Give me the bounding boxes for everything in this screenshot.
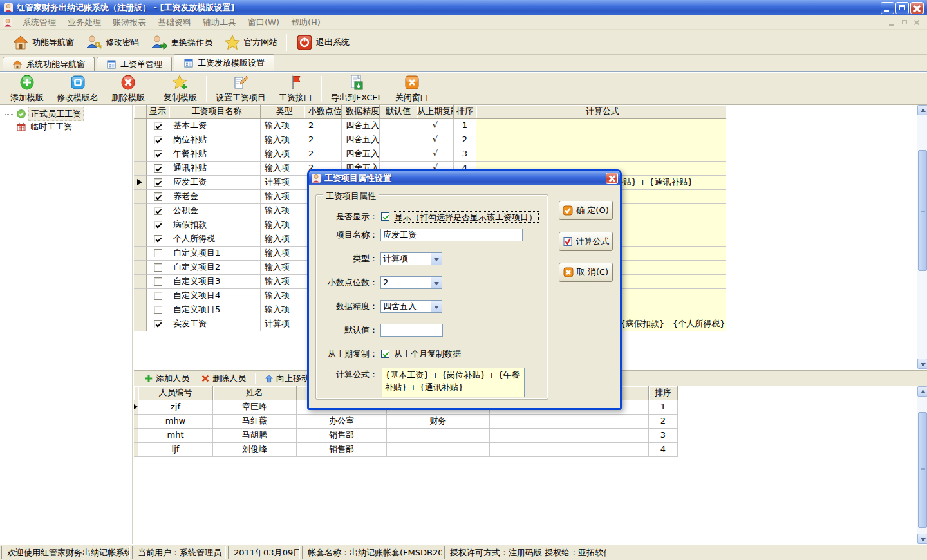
tab-2[interactable]: 工资发放模版设置 bbox=[174, 54, 274, 71]
row-selector[interactable] bbox=[134, 204, 147, 218]
formula-cell[interactable] bbox=[476, 147, 726, 162]
show-cell[interactable] bbox=[147, 162, 169, 176]
decimals-cell[interactable]: 2 bbox=[304, 133, 342, 147]
type-cell[interactable]: 输入项 bbox=[261, 261, 304, 275]
person-cell[interactable]: 销售部 bbox=[297, 429, 387, 443]
rename-template-button[interactable]: 修改模版名 bbox=[50, 73, 105, 105]
user-key-button[interactable]: 修改密码 bbox=[80, 32, 145, 53]
column-header[interactable]: 小数点位数 bbox=[304, 105, 342, 119]
show-cell[interactable] bbox=[147, 133, 169, 147]
delete-person-button[interactable]: 删除人员 bbox=[196, 371, 251, 386]
item-name-cell[interactable]: 养老金 bbox=[169, 190, 261, 204]
order-cell[interactable]: 2 bbox=[454, 133, 476, 147]
person-name-cell[interactable]: 马胡腾 bbox=[213, 429, 297, 443]
show-checkbox[interactable] bbox=[154, 306, 162, 314]
chevron-down-icon[interactable] bbox=[431, 277, 442, 288]
column-header[interactable]: 姓名 bbox=[213, 386, 297, 400]
column-header[interactable]: 排序 bbox=[454, 105, 476, 119]
row-selector[interactable] bbox=[134, 133, 147, 147]
item-name-cell[interactable]: 自定义项目2 bbox=[169, 261, 261, 275]
type-cell[interactable]: 输入项 bbox=[261, 289, 304, 303]
tree-item[interactable]: 临时工工资 bbox=[0, 120, 132, 133]
show-cell[interactable] bbox=[147, 190, 169, 204]
type-cell[interactable]: 输入项 bbox=[261, 119, 304, 133]
row-selector[interactable] bbox=[134, 232, 147, 247]
person-row[interactable]: ljf刘俊峰销售部4 bbox=[134, 443, 917, 457]
person-code-cell[interactable]: mhw bbox=[138, 415, 213, 429]
person-cell[interactable] bbox=[490, 415, 649, 429]
person-cell[interactable] bbox=[387, 429, 490, 443]
show-checkbox[interactable] bbox=[154, 221, 162, 229]
show-checkbox[interactable] bbox=[381, 212, 389, 221]
menu-item[interactable]: 窗口(W) bbox=[242, 15, 285, 30]
show-checkbox[interactable] bbox=[154, 150, 162, 158]
column-header[interactable]: 排序 bbox=[649, 386, 678, 400]
item-name-cell[interactable]: 岗位补贴 bbox=[169, 133, 261, 147]
show-checkbox[interactable] bbox=[154, 235, 162, 243]
person-cell[interactable]: 财务 bbox=[387, 415, 490, 429]
type-cell[interactable]: 输入项 bbox=[261, 275, 304, 289]
mdi-minimize-icon[interactable] bbox=[887, 18, 897, 27]
show-checkbox[interactable] bbox=[154, 320, 162, 328]
precision-cell[interactable]: 四舍五入 bbox=[342, 147, 380, 162]
set-items-button[interactable]: 设置工资项目 bbox=[209, 73, 272, 105]
type-cell[interactable]: 输入项 bbox=[261, 133, 304, 147]
add-template-button[interactable]: 添加模版 bbox=[4, 73, 50, 105]
salary-item-row[interactable]: 基本工资输入项2四舍五入√1 bbox=[134, 119, 917, 133]
order-cell[interactable]: 4 bbox=[649, 443, 678, 457]
type-cell[interactable]: 输入项 bbox=[261, 303, 304, 317]
row-selector[interactable] bbox=[134, 303, 147, 317]
copy-prev-checkbox[interactable] bbox=[381, 350, 389, 358]
person-cell[interactable] bbox=[387, 443, 490, 457]
show-checkbox-text[interactable]: 显示（打勾选择是否显示该工资项目） bbox=[393, 211, 539, 223]
row-selector[interactable] bbox=[134, 400, 138, 415]
default-cell[interactable] bbox=[380, 147, 417, 162]
formula-cell[interactable] bbox=[476, 133, 726, 147]
person-cell[interactable]: 办公室 bbox=[297, 415, 387, 429]
column-header[interactable]: 类型 bbox=[261, 105, 304, 119]
home-button[interactable]: 功能导航窗 bbox=[6, 32, 80, 53]
tree-item[interactable]: 正式员工工资 bbox=[0, 107, 132, 120]
item-name-cell[interactable]: 自定义项目1 bbox=[169, 247, 261, 261]
calc-formula-button[interactable]: 计算公式 bbox=[559, 232, 613, 251]
order-cell[interactable]: 1 bbox=[649, 400, 678, 415]
scroll-down-icon[interactable] bbox=[917, 359, 927, 369]
person-cell[interactable] bbox=[490, 429, 649, 443]
person-code-cell[interactable]: mht bbox=[138, 429, 213, 443]
row-selector[interactable] bbox=[134, 119, 147, 133]
person-row[interactable]: mht马胡腾销售部3 bbox=[134, 429, 917, 443]
decimals-cell[interactable]: 2 bbox=[304, 147, 342, 162]
copy-prev-cell[interactable]: √ bbox=[417, 147, 454, 162]
item-name-cell[interactable]: 个人所得税 bbox=[169, 232, 261, 247]
show-checkbox[interactable] bbox=[154, 207, 162, 215]
show-cell[interactable] bbox=[147, 204, 169, 218]
show-cell[interactable] bbox=[147, 119, 169, 133]
formula-textarea[interactable]: {基本工资} + {岗位补贴} + {午餐补贴} + {通讯补贴} bbox=[382, 368, 525, 397]
precision-cell[interactable]: 四舍五入 bbox=[342, 133, 380, 147]
show-cell[interactable] bbox=[147, 176, 169, 190]
show-cell[interactable] bbox=[147, 218, 169, 232]
copy-prev-cell[interactable]: √ bbox=[417, 119, 454, 133]
person-code-cell[interactable]: zjf bbox=[138, 400, 213, 415]
menu-item[interactable]: 业务处理 bbox=[62, 15, 107, 30]
tab-0[interactable]: 系统功能导航窗 bbox=[3, 57, 95, 71]
person-cell[interactable] bbox=[490, 443, 649, 457]
dialog-titlebar[interactable]: 工资项目属性设置 bbox=[309, 171, 620, 185]
copy-prev-cell[interactable]: √ bbox=[417, 133, 454, 147]
show-checkbox[interactable] bbox=[154, 192, 162, 201]
minimize-icon[interactable] bbox=[881, 2, 894, 14]
column-header[interactable]: 人员编号 bbox=[138, 386, 213, 400]
column-header[interactable]: 从上期复制 bbox=[417, 105, 454, 119]
show-cell[interactable] bbox=[147, 147, 169, 162]
item-name-input[interactable] bbox=[380, 229, 523, 241]
menu-item[interactable]: 账簿报表 bbox=[107, 15, 152, 30]
show-checkbox[interactable] bbox=[154, 263, 162, 272]
row-selector[interactable] bbox=[134, 289, 147, 303]
star-button[interactable]: 官方网站 bbox=[218, 32, 283, 53]
row-selector[interactable] bbox=[134, 147, 147, 162]
column-header[interactable]: 计算公式 bbox=[476, 105, 726, 119]
person-name-cell[interactable]: 刘俊峰 bbox=[213, 443, 297, 457]
copy-prev-checkbox-text[interactable]: 从上个月复制数据 bbox=[393, 348, 462, 360]
column-header[interactable]: 数据精度 bbox=[342, 105, 380, 119]
row-selector[interactable] bbox=[134, 247, 147, 261]
